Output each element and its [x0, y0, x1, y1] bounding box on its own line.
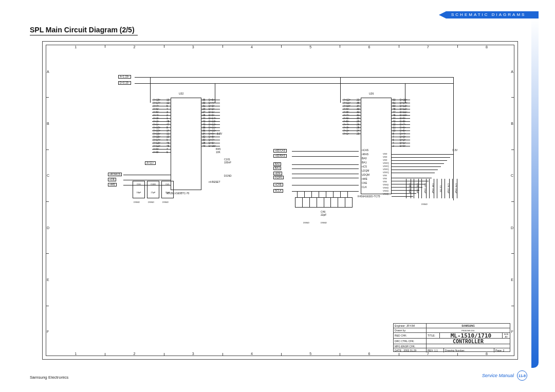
tb-engineer: JR KIM	[406, 324, 415, 327]
gnd-right: DGND	[421, 203, 428, 206]
rn-block	[295, 197, 353, 208]
u26-pwr-pin: VSSQ	[383, 187, 388, 189]
wire	[135, 83, 453, 84]
u32-pin-right: D<15>	[209, 145, 216, 147]
u26-pin-left: A<1>	[343, 133, 349, 135]
grid-row-label: C	[511, 174, 513, 177]
footer-company: Samsung Electronics	[30, 375, 68, 380]
cap-c41-val: 22pF	[162, 192, 173, 194]
tb-drc-lbl: DRC CTRL CHK:	[394, 339, 427, 344]
grid-row-label: A	[47, 69, 49, 73]
grid-col-label: 7	[427, 352, 429, 356]
sig-noe: nOE	[108, 178, 116, 181]
cap-c100-val: 22pF	[147, 192, 159, 194]
tb-date: 2002.01.29	[403, 349, 416, 352]
nfreset-label: nf-RESET	[209, 181, 220, 183]
decouple-cap: C79 100nF	[452, 179, 457, 198]
u26-ctrl-pin: nWE	[362, 178, 367, 180]
u26-pwr-pin: VSS	[383, 175, 387, 177]
grid-col-label: 5	[309, 352, 311, 356]
wire	[123, 180, 171, 180]
voltage-3v3-left: 3.3V	[217, 133, 222, 135]
wire	[150, 77, 151, 103]
grid-row-label: C	[47, 174, 49, 177]
u26-pin-right: D<0>	[400, 145, 406, 147]
grid-col-label: 6	[368, 45, 370, 49]
grid-col-label: 2	[133, 45, 135, 49]
u26-pwr-pin: VDD	[383, 153, 387, 155]
gnd-3: DGND	[162, 201, 169, 203]
cap-c99-ref: C99	[133, 183, 144, 185]
tb-sub: CONTROLLER	[427, 339, 510, 344]
footer-service-manual: Service Manual	[482, 373, 514, 378]
grid-row-label: B	[511, 122, 513, 125]
sig-nsdcas: nSDCAS	[273, 149, 287, 153]
u26-ref: U26	[369, 92, 374, 95]
page-title: SPL Main Circuit Diagram (2/5)	[30, 26, 138, 35]
grid-col-label: 8	[486, 45, 488, 49]
tb-company: SAMSUNG	[427, 324, 510, 328]
grid-row-label: E	[511, 278, 513, 282]
sig-nwe: nWE	[108, 183, 117, 186]
grid-col-label: 1	[75, 352, 77, 356]
side-stripe	[531, 18, 539, 368]
sig-ba0: BA0	[273, 162, 281, 166]
u26-pwr-pin: VDDQ	[383, 169, 389, 171]
u26-ctrl-pin: BA0	[362, 157, 366, 160]
u26-pwr-pin: VSS	[383, 181, 387, 183]
tb-rev: 1.1	[434, 349, 438, 352]
sig-nromcs: nROMCS	[108, 173, 122, 176]
u26-pwr-pin: VSSQ	[383, 184, 388, 186]
cap-c100-ref: C100	[147, 183, 159, 185]
cap-c41-ref: C41	[162, 183, 173, 185]
u26-pwr-pin: VDD	[383, 159, 387, 161]
u26-pin-num-r: 2	[393, 145, 394, 147]
c46-val: 22pF	[321, 214, 326, 216]
sig-nsdras: nSDRAS	[273, 154, 287, 158]
sig-ncke: nCKE	[273, 183, 283, 186]
tb-page-lbl: Page:	[495, 349, 502, 352]
u26-pwr-pin: VSS	[383, 178, 387, 180]
grid-row-label: A	[511, 69, 513, 73]
tb-title-lbl: TITLE:	[427, 333, 440, 338]
sig-dqm1: DQM1	[273, 176, 284, 179]
cap-c100: C100 22pF	[147, 181, 159, 198]
tb-drawn-lbl: Drawn by:	[394, 328, 427, 332]
u32-pin-left: A<8>	[153, 151, 159, 154]
grid-col-label: 7	[427, 45, 429, 49]
u26-part: K4S641632D-TC75	[358, 195, 380, 198]
u26-pin-num: 23	[357, 133, 360, 135]
grid-col-label: 1	[75, 45, 77, 49]
voltage-3v3-right: 3.3V	[452, 149, 457, 152]
u32-pin-num-r: 49	[202, 145, 206, 147]
u26-pwr-pin: VSSQ	[383, 190, 388, 192]
u26-ctrl-pin: nCS	[362, 165, 367, 168]
tb-date-lbl: DATE :	[395, 349, 403, 352]
sig-sclk: SCLK	[273, 189, 283, 193]
u26-pwr-pin: VSSQ	[383, 193, 388, 195]
gnd-mid2: DGND	[321, 222, 327, 224]
wire	[340, 77, 341, 103]
page-number-badge: 11-9	[517, 370, 527, 381]
u26-ctrl-pin: LDQM	[362, 170, 369, 172]
u26-ctrl-pin: nRAS	[362, 153, 368, 156]
schematic-canvas: A<1:19> D<0:15> U32 MX29LV160BTC-70 A<11…	[51, 72, 457, 247]
footer-right: Service Manual 11-9	[482, 370, 527, 381]
gnd-1: DGND	[134, 201, 140, 203]
tb-size: A3	[505, 335, 508, 338]
grid-col-label: 3	[192, 45, 194, 49]
gnd-2: DGND	[148, 201, 154, 203]
grid-col-label: 3	[192, 352, 194, 356]
u32-pin-num: 6	[166, 151, 168, 154]
decouple-cap: C98 100nF	[429, 179, 434, 198]
decouple-cap: C4 154	[437, 179, 442, 198]
u32-ref: U32	[179, 92, 183, 95]
tb-engineer-lbl: Engineer:	[395, 324, 405, 327]
bus-addr-label: A<1:19>	[118, 75, 131, 79]
cap-c41: C41 22pF	[161, 181, 174, 198]
tb-proj1: PRINTER DIV.	[461, 329, 475, 332]
decouple-cap: C96 100nF	[414, 179, 419, 198]
grid-row-label: F	[511, 330, 513, 333]
u32-dgnd: DGND	[224, 175, 232, 177]
tb-title: ML-1510/1710	[440, 333, 503, 338]
